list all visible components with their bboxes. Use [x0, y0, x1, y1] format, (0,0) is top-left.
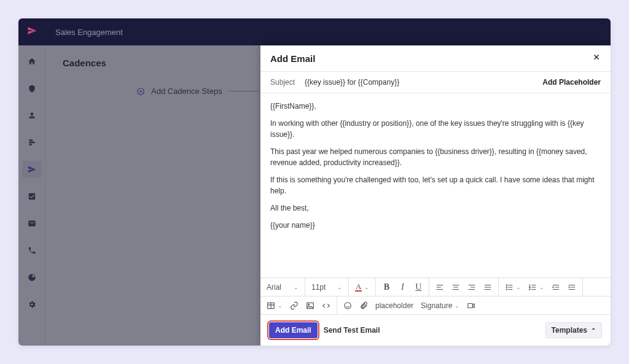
svg-point-3: [507, 288, 507, 289]
align-right-button[interactable]: [464, 279, 480, 295]
body-line: {{FirstName}},: [270, 101, 601, 112]
svg-point-2: [507, 287, 507, 287]
attachment-button[interactable]: [356, 298, 372, 314]
chevron-down-icon: ⌄: [455, 303, 459, 309]
table-button[interactable]: ⌄: [263, 298, 286, 314]
image-button[interactable]: [302, 298, 318, 314]
body-line: In working with other {{industry or posi…: [270, 118, 601, 140]
italic-button[interactable]: I: [394, 279, 410, 295]
outdent-button[interactable]: [548, 279, 564, 295]
body-line: If this is something you're challenged w…: [270, 174, 601, 196]
subject-label: Subject: [270, 78, 295, 87]
app-container: Sales Engagement: [18, 18, 611, 346]
font-color-button[interactable]: A⌄: [351, 279, 373, 295]
modal-footer: Add Email Send Test Email Templates ⌃: [260, 315, 611, 346]
body-line: All the best,: [270, 203, 601, 214]
chevron-down-icon: ⌄: [364, 284, 369, 290]
placeholder-button[interactable]: placeholder: [372, 298, 417, 314]
numbered-list-button[interactable]: ⌄: [525, 279, 548, 295]
align-justify-button[interactable]: [480, 279, 496, 295]
add-email-modal: Add Email Subject Add Placeholder {{Firs…: [260, 45, 611, 346]
svg-point-6: [308, 304, 310, 305]
svg-point-1: [507, 284, 507, 285]
editor-toolbar: Arial⌄ 11pt⌄ A⌄ B: [260, 277, 611, 315]
indent-button[interactable]: [564, 279, 580, 295]
emoji-button[interactable]: [340, 298, 356, 314]
add-placeholder-link[interactable]: Add Placeholder: [542, 78, 601, 87]
toolbar-row-2: ⌄ placeholder Signature⌄: [260, 296, 611, 315]
logo-icon: [27, 26, 37, 38]
body-line: This past year we helped numerous compan…: [270, 146, 601, 168]
code-button[interactable]: [318, 298, 334, 314]
chevron-down-icon: ⌄: [278, 303, 283, 309]
underline-button[interactable]: U: [410, 279, 426, 295]
subject-input[interactable]: [305, 78, 533, 87]
chevron-up-icon: ⌃: [591, 327, 596, 334]
subject-row: Subject Add Placeholder: [260, 72, 611, 93]
body-line: {{your name}}: [270, 220, 601, 231]
font-family-select[interactable]: Arial⌄: [263, 279, 302, 295]
topbar-title: Sales Engagement: [55, 28, 123, 37]
modal-header: Add Email: [260, 45, 611, 72]
bullet-list-button[interactable]: ⌄: [501, 279, 525, 295]
templates-button[interactable]: Templates ⌃: [545, 322, 602, 338]
modal-title: Add Email: [270, 53, 315, 64]
svg-point-7: [345, 302, 351, 309]
chevron-down-icon: ⌄: [539, 284, 544, 290]
video-button[interactable]: [463, 298, 479, 314]
chevron-down-icon: ⌄: [516, 284, 521, 290]
send-test-email-button[interactable]: Send Test Email: [324, 326, 380, 335]
svg-rect-8: [468, 303, 473, 308]
toolbar-row-1: Arial⌄ 11pt⌄ A⌄ B: [260, 278, 611, 296]
align-left-button[interactable]: [432, 279, 448, 295]
app-body: Cadences Add Cadence Steps Add Email Sub…: [18, 45, 611, 346]
bold-button[interactable]: B: [378, 279, 394, 295]
chevron-down-icon: ⌄: [337, 284, 342, 290]
signature-button[interactable]: Signature⌄: [417, 298, 463, 314]
link-button[interactable]: [286, 298, 302, 314]
chevron-down-icon: ⌄: [294, 284, 299, 290]
font-size-select[interactable]: 11pt⌄: [308, 279, 346, 295]
topbar: Sales Engagement: [18, 18, 611, 45]
close-icon[interactable]: [592, 53, 601, 64]
email-body-editor[interactable]: {{FirstName}}, In working with other {{i…: [260, 93, 611, 277]
highlight-ring: Add Email: [269, 322, 318, 338]
add-email-button[interactable]: Add Email: [269, 322, 318, 338]
align-center-button[interactable]: [448, 279, 464, 295]
